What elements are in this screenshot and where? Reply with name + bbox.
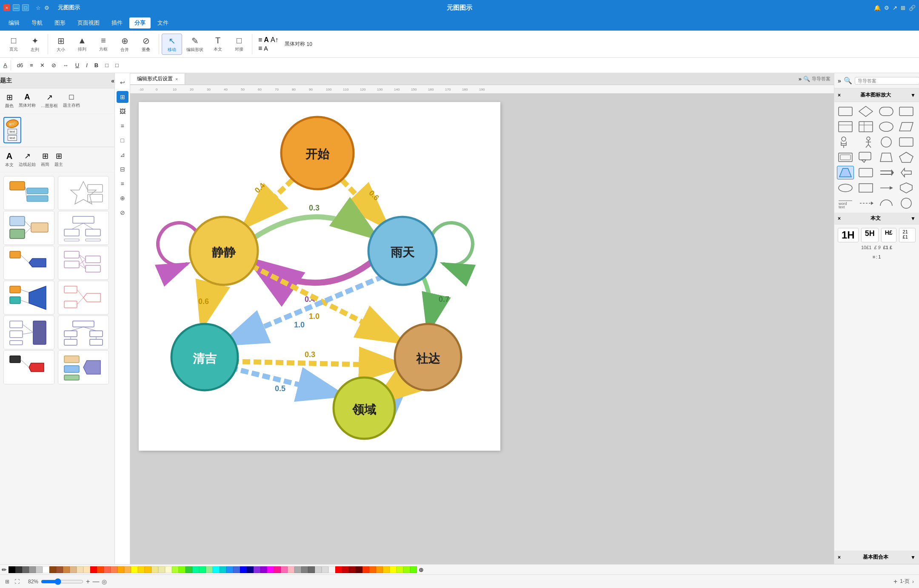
- template-item-5[interactable]: [3, 246, 54, 280]
- color-swatch[interactable]: [172, 566, 179, 573]
- toolbar-merge[interactable]: ⊕ 合并: [114, 34, 135, 54]
- canvas-tab-item[interactable]: 编辑形式后设置 ×: [130, 74, 185, 84]
- font-size-21[interactable]: 21 £1: [899, 228, 916, 242]
- close-button[interactable]: ×: [3, 4, 10, 11]
- menu-share[interactable]: 分享: [129, 17, 151, 28]
- color-swatch[interactable]: [83, 566, 90, 573]
- template-item-10[interactable]: [58, 315, 109, 349]
- maximize-button[interactable]: □: [22, 4, 29, 11]
- toolbar-size[interactable]: ⊞ 大小: [51, 34, 71, 54]
- color-swatch[interactable]: [301, 566, 308, 573]
- lib-shape-extra3[interactable]: [898, 196, 915, 210]
- zoom-slider[interactable]: [41, 578, 83, 585]
- window-controls[interactable]: × — □: [3, 4, 29, 11]
- search-canvas-icon[interactable]: 🔍: [803, 76, 810, 82]
- connector-vert-btn[interactable]: □: [117, 134, 128, 146]
- toolbar-arrange[interactable]: ✦ 左列: [25, 34, 45, 54]
- color-swatch[interactable]: [151, 566, 158, 573]
- image-vert-btn[interactable]: 🖼: [117, 105, 128, 117]
- menu-pageview[interactable]: 页面视图: [72, 17, 105, 28]
- color-swatch[interactable]: [362, 566, 369, 573]
- color-swatch[interactable]: [260, 566, 267, 573]
- template-item-11[interactable]: [3, 350, 54, 384]
- canvas-content[interactable]: 0.4 0.6 0.3 0.4 0.6 1.0: [130, 94, 834, 564]
- color-swatch[interactable]: [206, 566, 213, 573]
- color-swatch[interactable]: [356, 566, 362, 573]
- color-swatch[interactable]: [247, 566, 254, 573]
- pen-icon[interactable]: ✏: [2, 566, 7, 573]
- chart-vert-btn[interactable]: ⊿: [117, 149, 128, 161]
- expand-right-icon[interactable]: »: [838, 77, 841, 84]
- color-swatch[interactable]: [308, 566, 315, 573]
- canvas-area[interactable]: 编辑形式后设置 × » 🔍 导导答案 -10 0 10 20 30 40 50 …: [130, 73, 834, 564]
- menu-navigate[interactable]: 导航: [26, 17, 48, 28]
- align-right-icon[interactable]: ≡: [258, 45, 262, 52]
- tab-close[interactable]: ×: [175, 77, 178, 82]
- color-swatch[interactable]: [179, 566, 186, 573]
- template-item-2[interactable]: [58, 176, 109, 210]
- color-swatch[interactable]: [410, 566, 417, 573]
- search-icon[interactable]: 🔍: [844, 77, 852, 85]
- font-box2[interactable]: □: [113, 61, 121, 69]
- zoom-out-btn[interactable]: —: [92, 578, 99, 585]
- plugin-vert-btn[interactable]: ⊕: [117, 192, 128, 204]
- toolbar-edit-shape[interactable]: ✎ 编辑形状: [183, 34, 207, 54]
- color-swatch[interactable]: [390, 566, 397, 573]
- template-item-4[interactable]: [58, 211, 109, 245]
- color-swatch[interactable]: [124, 566, 131, 573]
- menu-plugins[interactable]: 插件: [106, 17, 128, 28]
- lib-shape-equals[interactable]: [878, 166, 895, 179]
- lib-shape-rect2[interactable]: [898, 105, 915, 118]
- font-box1[interactable]: □: [103, 61, 111, 69]
- format-vert-btn[interactable]: ≡: [117, 178, 128, 190]
- star-icon[interactable]: ☆: [36, 5, 41, 11]
- color-swatch[interactable]: [220, 566, 226, 573]
- undo-vert-btn[interactable]: ↩: [117, 77, 128, 88]
- select-vert-btn[interactable]: ⊞: [117, 91, 128, 103]
- color-swatch[interactable]: [104, 566, 111, 573]
- color-swatch[interactable]: [397, 566, 403, 573]
- template-item-9[interactable]: [3, 315, 54, 349]
- color-swatch[interactable]: [240, 566, 247, 573]
- lib-shape-semicircle[interactable]: [878, 196, 895, 210]
- lib-shape-rounded[interactable]: [878, 105, 895, 118]
- color-swatch[interactable]: [49, 566, 56, 573]
- diagram-svg[interactable]: 0.4 0.6 0.3 0.4 0.6 1.0: [139, 102, 500, 451]
- toolbar-box[interactable]: ≡ 方框: [93, 34, 114, 54]
- template-item-1[interactable]: [3, 176, 54, 210]
- lib-shape-circle[interactable]: [878, 135, 895, 149]
- template-item-6[interactable]: [58, 246, 109, 280]
- lib-shape-shield[interactable]: [898, 181, 915, 195]
- lib-shape-arrow-left[interactable]: [898, 166, 915, 179]
- template-item-7[interactable]: [3, 281, 54, 315]
- close-shapes-btn[interactable]: ×: [838, 92, 841, 98]
- color-swatch[interactable]: [56, 566, 63, 573]
- table-tool[interactable]: ⊞ 画简: [39, 150, 51, 170]
- lib-shape-stickfigure[interactable]: [857, 135, 874, 149]
- lib-shape-selected[interactable]: [837, 166, 854, 179]
- color-swatch[interactable]: [97, 566, 104, 573]
- lib-shape-pentagon[interactable]: [898, 151, 915, 164]
- color-swatch[interactable]: [117, 566, 124, 573]
- fit-btn[interactable]: ◎: [102, 578, 107, 585]
- toolbar-text[interactable]: T 本文: [208, 34, 228, 54]
- lib-shape-rect3[interactable]: [857, 166, 874, 179]
- zoom-in-btn[interactable]: +: [86, 578, 90, 585]
- lib-shape-line-arrow[interactable]: [878, 181, 895, 195]
- lib-shape-trapezoid[interactable]: [878, 151, 895, 164]
- font-size-h[interactable]: H£: [881, 228, 896, 242]
- template-item-8[interactable]: [58, 281, 109, 315]
- lib-shape-rect[interactable]: [837, 105, 854, 118]
- color-swatch[interactable]: [254, 566, 260, 573]
- color-swatch[interactable]: [158, 566, 165, 573]
- color-swatch[interactable]: [213, 566, 220, 573]
- template-item-12[interactable]: [58, 350, 109, 384]
- bottom-lib-expand[interactable]: ▼: [910, 554, 916, 560]
- close-bottom-lib[interactable]: ×: [838, 554, 841, 560]
- color-swatch[interactable]: [281, 566, 288, 573]
- edge-tool[interactable]: ↗ 边线起始: [17, 150, 37, 170]
- lib-shape-parallelogram[interactable]: [898, 120, 915, 134]
- collapse-panel-btn[interactable]: «: [111, 77, 114, 84]
- share-icon[interactable]: ↗: [893, 5, 897, 11]
- text-expand[interactable]: ▼: [910, 216, 916, 222]
